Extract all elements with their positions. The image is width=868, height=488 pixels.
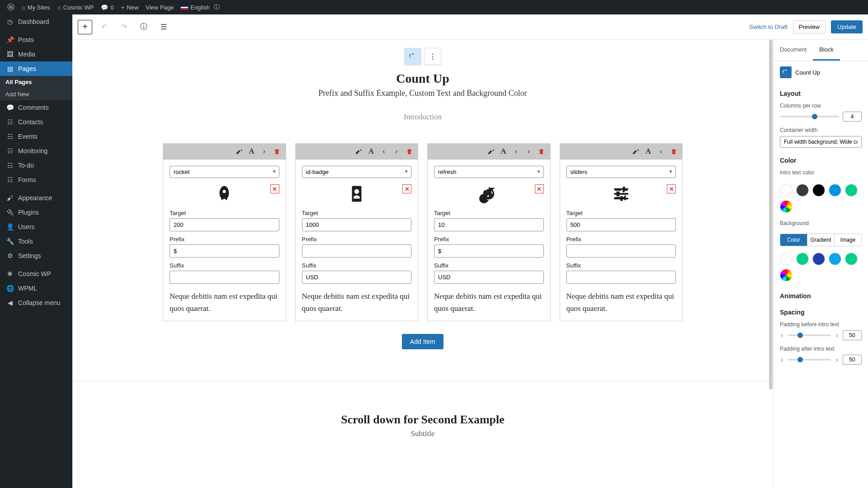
undo-button[interactable]: ↶ — [96, 19, 112, 35]
swatch-custom[interactable] — [780, 200, 793, 213]
sidebar-item-users[interactable]: 👤Users — [0, 220, 72, 234]
sidebar-item-posts[interactable]: 📌Posts — [0, 33, 72, 47]
sidebar-sub-allpages[interactable]: All Pages — [0, 76, 72, 88]
seg-tab-image[interactable]: Image — [835, 234, 861, 246]
site-name[interactable]: ⌂Cosmic WP — [54, 0, 98, 14]
sidebar-item-comments[interactable]: 💬Comments — [0, 100, 72, 115]
column-description[interactable]: Neque debitis nam est expedita qui quos … — [170, 290, 279, 314]
pad-before-slider[interactable] — [788, 334, 831, 336]
edit-style-button[interactable] — [233, 145, 245, 157]
sidebar-item-todo[interactable]: ☷To-do — [0, 158, 72, 173]
pad-after-next[interactable]: › — [835, 356, 839, 363]
suffix-input[interactable] — [302, 271, 412, 284]
prefix-input[interactable] — [434, 244, 544, 258]
move-right-button[interactable]: › — [391, 145, 402, 157]
move-left-button[interactable]: ‹ — [378, 145, 390, 157]
swatch-green[interactable] — [796, 253, 809, 265]
target-input[interactable] — [434, 218, 544, 231]
tab-document[interactable]: Document — [774, 40, 813, 61]
new-content[interactable]: +New — [118, 0, 142, 14]
delete-column-button[interactable] — [271, 145, 283, 157]
pad-after-prev[interactable]: ‹ — [780, 356, 784, 363]
tab-block[interactable]: Block — [813, 40, 840, 61]
sidebar-item-cosmic[interactable]: ❋Cosmic WP — [0, 267, 72, 281]
cols-per-row-input[interactable] — [843, 112, 862, 122]
edit-text-button[interactable]: A — [365, 145, 377, 157]
sidebar-item-appearance[interactable]: 🖌Appearance — [0, 191, 72, 205]
swatch-blue[interactable] — [829, 184, 841, 197]
suffix-input[interactable] — [170, 271, 279, 284]
pad-after-input[interactable] — [843, 355, 862, 365]
column-description[interactable]: Neque debitis nam est expedita qui quos … — [434, 290, 544, 314]
delete-column-button[interactable] — [536, 145, 547, 157]
sidebar-item-tools[interactable]: 🔧Tools — [0, 234, 72, 249]
edit-text-button[interactable]: A — [498, 145, 509, 157]
remove-icon-button[interactable]: ✕ — [535, 184, 544, 193]
icon-select[interactable]: rocket — [170, 166, 279, 178]
sidebar-collapse[interactable]: ◀Collapse menu — [0, 296, 72, 310]
sidebar-sub-addnew[interactable]: Add New — [0, 88, 72, 100]
preview-button[interactable]: Preview — [793, 20, 826, 33]
prefix-input[interactable] — [170, 244, 279, 258]
sidebar-item-plugins[interactable]: 🔌Plugins — [0, 205, 72, 220]
swatch-white[interactable] — [780, 253, 793, 265]
remove-icon-button[interactable]: ✕ — [402, 184, 411, 193]
pad-before-prev[interactable]: ‹ — [780, 332, 784, 339]
block-subtitle[interactable]: Prefix and Suffix Example, Custom Text a… — [72, 89, 773, 98]
swatch-custom[interactable] — [780, 269, 793, 282]
edit-text-button[interactable]: A — [642, 145, 654, 157]
sidebar-item-monitoring[interactable]: ☷Monitoring — [0, 144, 72, 158]
suffix-input[interactable] — [566, 271, 676, 284]
delete-column-button[interactable] — [403, 145, 415, 157]
prefix-input[interactable] — [302, 244, 412, 258]
add-block-button[interactable]: + — [78, 20, 92, 34]
outline-button[interactable]: ☰ — [156, 19, 172, 35]
delete-column-button[interactable] — [668, 145, 679, 157]
update-button[interactable]: Update — [831, 20, 863, 33]
column-description[interactable]: Neque debitis nam est expedita qui quos … — [566, 290, 676, 314]
panel-layout-title[interactable]: Layout — [774, 84, 868, 100]
swatch-dblue[interactable] — [812, 253, 825, 265]
target-input[interactable] — [302, 218, 412, 231]
swatch-green[interactable] — [845, 184, 858, 197]
move-left-button[interactable]: ‹ — [655, 145, 667, 157]
pad-before-input[interactable] — [843, 330, 862, 340]
edit-text-button[interactable]: A — [246, 145, 258, 157]
add-item-button[interactable]: Add Item — [402, 334, 443, 349]
target-input[interactable] — [170, 218, 279, 231]
block-type-icon-button[interactable] — [405, 48, 421, 65]
comments-count[interactable]: 💬0 — [97, 0, 117, 14]
seg-tab-gradient[interactable]: Gradient — [807, 234, 835, 246]
second-block-subtitle[interactable]: Subtitle — [72, 429, 773, 438]
sidebar-item-forms[interactable]: ☷Forms — [0, 173, 72, 187]
sidebar-item-settings[interactable]: ⚙Settings — [0, 249, 72, 263]
edit-style-button[interactable] — [353, 145, 364, 157]
remove-icon-button[interactable]: ✕ — [270, 184, 279, 193]
redo-button[interactable]: ↷ — [116, 19, 132, 35]
edit-style-button[interactable] — [630, 145, 642, 157]
block-intro-text[interactable]: Introduction — [72, 113, 773, 122]
panel-spacing-title[interactable]: Spacing — [774, 302, 868, 319]
icon-select[interactable]: refresh — [434, 166, 544, 178]
editor-scrollbar[interactable] — [769, 40, 773, 488]
icon-select[interactable]: id-badge — [302, 166, 412, 178]
column-description[interactable]: Neque debitis nam est expedita qui quos … — [302, 290, 412, 314]
move-left-button[interactable]: ‹ — [510, 145, 522, 157]
suffix-input[interactable] — [434, 271, 544, 284]
block-title[interactable]: Count Up — [72, 71, 773, 86]
edit-style-button[interactable] — [485, 145, 497, 157]
sidebar-item-events[interactable]: ☷Events — [0, 129, 72, 144]
cols-per-row-slider[interactable] — [780, 116, 839, 117]
panel-color-title[interactable]: Color — [774, 150, 868, 167]
prefix-input[interactable] — [566, 244, 676, 258]
switch-draft-link[interactable]: Switch to Draft — [749, 23, 788, 30]
sidebar-item-dashboard[interactable]: ◷Dashboard — [0, 14, 72, 29]
move-right-button[interactable]: › — [259, 145, 270, 157]
target-input[interactable] — [566, 218, 676, 231]
swatch-lblue[interactable] — [829, 253, 841, 265]
pad-after-slider[interactable] — [788, 359, 831, 361]
pad-before-next[interactable]: › — [835, 332, 839, 339]
sidebar-item-pages[interactable]: ▤Pages — [0, 61, 72, 76]
icon-select[interactable]: sliders — [566, 166, 676, 178]
remove-icon-button[interactable]: ✕ — [667, 184, 676, 193]
